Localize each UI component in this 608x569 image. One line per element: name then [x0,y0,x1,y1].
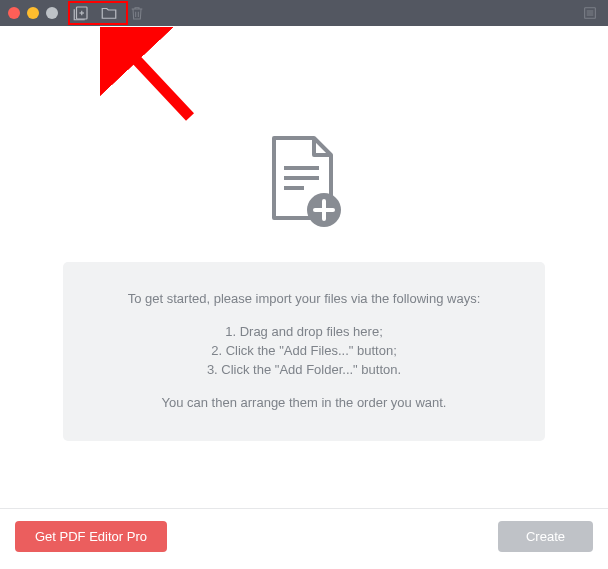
get-pro-button[interactable]: Get PDF Editor Pro [15,521,167,552]
empty-state-illustration [259,133,349,237]
instructions-outro: You can then arrange them in the order y… [95,394,513,413]
instructions-intro: To get started, please import your files… [95,290,513,309]
footer: Get PDF Editor Pro Create [0,508,608,563]
delete-button[interactable] [127,3,147,23]
trash-icon [129,5,145,21]
maximize-window-button[interactable] [46,7,58,19]
instructions-panel: To get started, please import your files… [63,262,545,440]
instructions-step-2: 2. Click the "Add Files..." button; [207,342,401,361]
instructions-step-1: 1. Drag and drop files here; [207,323,401,342]
titlebar [0,0,608,26]
app-window: To get started, please import your files… [0,0,608,563]
folder-icon [100,4,118,22]
instructions-step-3: 3. Click the "Add Folder..." button. [207,361,401,380]
list-icon [582,5,598,21]
create-button[interactable]: Create [498,521,593,552]
add-files-button[interactable] [71,3,91,23]
empty-state: To get started, please import your files… [0,26,608,508]
list-view-button[interactable] [580,3,600,23]
add-document-icon [259,133,349,233]
minimize-window-button[interactable] [27,7,39,19]
add-folder-button[interactable] [99,3,119,23]
add-file-icon [72,4,90,22]
close-window-button[interactable] [8,7,20,19]
